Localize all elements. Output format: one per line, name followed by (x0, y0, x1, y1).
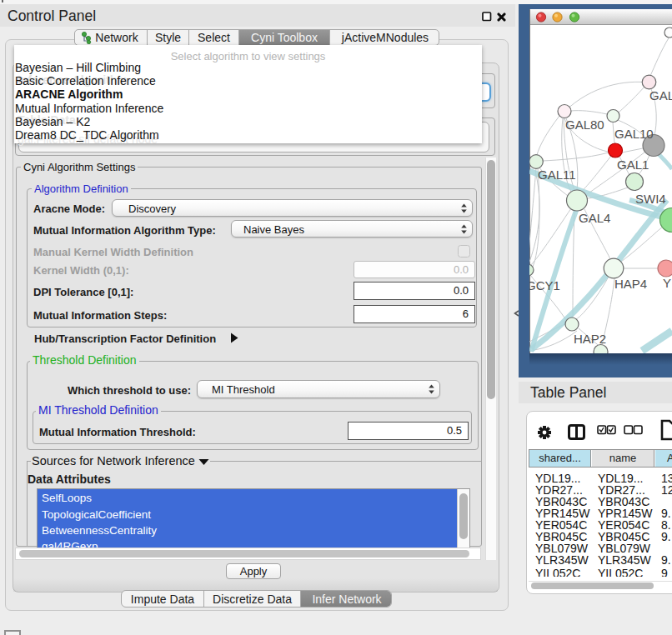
svg-text:GAL4: GAL4 (579, 211, 610, 225)
svg-text:GAL7: GAL7 (649, 88, 672, 102)
svg-text:GAL11: GAL11 (538, 168, 576, 182)
svg-text:GAL10: GAL10 (614, 127, 654, 141)
svg-text:HAP2: HAP2 (574, 332, 606, 346)
svg-text:SWI4: SWI4 (635, 192, 666, 206)
svg-text:HAP4: HAP4 (614, 277, 647, 291)
svg-text:GCY1: GCY1 (529, 278, 560, 292)
svg-text:GAL80: GAL80 (565, 118, 604, 132)
svg-text:GAL1: GAL1 (617, 158, 649, 172)
svg-text:Y: Y (663, 276, 671, 290)
